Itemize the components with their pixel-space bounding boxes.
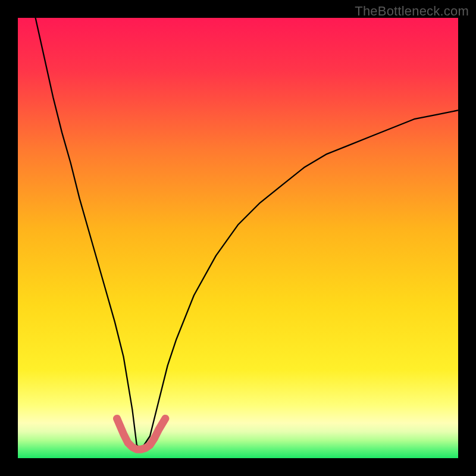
chart-svg [18,18,458,458]
chart-background [18,18,458,458]
chart-frame: TheBottleneck.com [0,0,476,476]
watermark-text: TheBottleneck.com [355,4,469,19]
chart-plot-area [18,18,458,458]
